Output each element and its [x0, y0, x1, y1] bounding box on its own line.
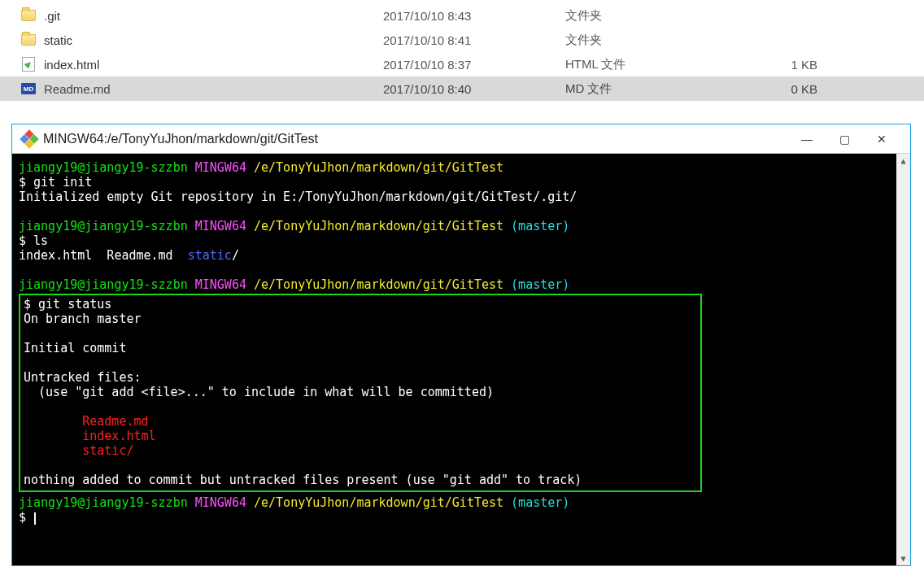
terminal-blank	[19, 204, 904, 219]
terminal-blank	[19, 263, 904, 277]
file-type: 文件夹	[565, 8, 777, 24]
terminal-line: nothing added to commit but untracked fi…	[24, 473, 697, 487]
file-type: 文件夹	[565, 33, 777, 48]
folder-icon	[21, 8, 36, 23]
terminal-line: $	[19, 510, 904, 525]
folder-icon	[21, 33, 36, 47]
terminal-title: MINGW64:/e/TonyYuJhon/markdown/git/GitTe…	[43, 132, 318, 146]
terminal-line: Initialized empty Git repository in E:/T…	[19, 190, 904, 204]
file-type: MD 文件	[565, 81, 777, 97]
scrollbar-up-icon[interactable]: ▲	[896, 154, 910, 168]
terminal-blank	[24, 458, 697, 473]
terminal-line: $ git init	[19, 175, 904, 190]
terminal-line: $ git status	[24, 297, 697, 312]
file-name: index.html	[44, 58, 99, 72]
md-file-icon: MD	[21, 81, 36, 96]
terminal-line: jiangy19@jiangy19-szzbn MINGW64 /e/TonyY…	[19, 495, 904, 510]
file-row-git[interactable]: .git 2017/10/10 8:43 文件夹	[0, 3, 924, 28]
window-minimize-button[interactable]: —	[788, 127, 826, 151]
untracked-file: static/	[24, 443, 697, 458]
terminal-line: jiangy19@jiangy19-szzbn MINGW64 /e/TonyY…	[19, 219, 904, 233]
file-row-index[interactable]: index.html 2017/10/10 8:37 HTML 文件 1 KB	[0, 52, 924, 76]
terminal-line: jiangy19@jiangy19-szzbn MINGW64 /e/TonyY…	[19, 277, 904, 292]
terminal-line: $ ls	[19, 233, 904, 248]
file-name: Readme.md	[44, 82, 111, 96]
file-date: 2017/10/10 8:41	[383, 33, 565, 47]
terminal-cursor	[34, 512, 36, 525]
untracked-file: index.html	[24, 429, 697, 443]
file-date: 2017/10/10 8:40	[383, 82, 565, 96]
terminal-line: (use "git add <file>..." to include in w…	[24, 385, 697, 399]
file-name: static	[44, 33, 72, 47]
file-row-readme[interactable]: MD Readme.md 2017/10/10 8:40 MD 文件 0 KB	[0, 76, 924, 101]
file-date: 2017/10/10 8:43	[383, 9, 565, 23]
terminal-line: index.html Readme.md static/	[19, 248, 904, 263]
terminal-line: Untracked files:	[24, 370, 697, 385]
terminal-titlebar[interactable]: MINGW64:/e/TonyYuJhon/markdown/git/GitTe…	[12, 124, 910, 154]
file-name: .git	[44, 9, 60, 23]
terminal-blank	[24, 326, 697, 341]
terminal-scrollbar[interactable]: ▲ ▼	[896, 154, 910, 565]
terminal-line: On branch master	[24, 312, 697, 326]
file-list: .git 2017/10/10 8:43 文件夹 static 2017/10/…	[0, 0, 924, 114]
terminal-body[interactable]: jiangy19@jiangy19-szzbn MINGW64 /e/TonyY…	[12, 154, 910, 565]
terminal-window: MINGW64:/e/TonyYuJhon/markdown/git/GitTe…	[11, 124, 911, 566]
file-row-static[interactable]: static 2017/10/10 8:41 文件夹	[0, 28, 924, 52]
terminal-blank	[24, 355, 697, 370]
terminal-logo-icon	[22, 132, 37, 146]
file-type: HTML 文件	[565, 57, 777, 72]
git-status-box: $ git status On branch master Initial co…	[19, 294, 702, 492]
terminal-line: jiangy19@jiangy19-szzbn MINGW64 /e/TonyY…	[19, 160, 904, 175]
terminal-blank	[24, 399, 697, 414]
file-date: 2017/10/10 8:37	[383, 58, 565, 72]
window-maximize-button[interactable]: ▢	[826, 127, 863, 151]
scrollbar-down-icon[interactable]: ▼	[896, 551, 910, 565]
terminal-line: Initial commit	[24, 341, 697, 355]
html-file-icon	[21, 57, 36, 72]
untracked-file: Readme.md	[24, 414, 697, 429]
window-close-button[interactable]: ✕	[863, 127, 900, 151]
file-size: 1 KB	[777, 58, 826, 72]
file-size: 0 KB	[777, 82, 826, 96]
